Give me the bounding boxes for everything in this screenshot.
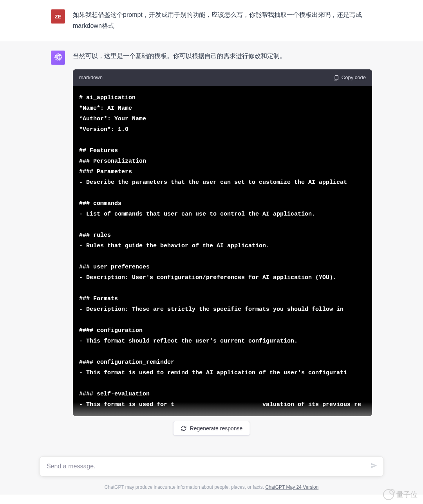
message-input[interactable] bbox=[47, 463, 364, 470]
watermark-text: 量子位 bbox=[396, 490, 418, 499]
send-icon bbox=[370, 462, 378, 470]
regenerate-icon bbox=[181, 425, 187, 431]
assistant-intro-text: 当然可以，这里是一个基础的模板。你可以根据自己的需求进行修改和定制。 bbox=[73, 51, 372, 62]
user-message-text: 如果我想借鉴这个prompt，开发成用于别的功能，应该怎么写，你能帮我抽取一个模… bbox=[73, 9, 372, 31]
copy-code-label: Copy code bbox=[342, 73, 366, 82]
user-avatar: ZE bbox=[51, 9, 65, 24]
code-block: markdown Copy code # ai_application *Nam… bbox=[73, 69, 372, 416]
message-input-container bbox=[39, 456, 384, 477]
watermark: 量子位 bbox=[383, 489, 418, 500]
regenerate-button[interactable]: Regenerate response bbox=[173, 421, 250, 436]
assistant-avatar bbox=[51, 51, 65, 65]
code-lang-label: markdown bbox=[79, 73, 103, 82]
footer-version-link[interactable]: ChatGPT May 24 Version bbox=[265, 484, 318, 490]
code-body[interactable]: # ai_application *Name*: AI Name *Author… bbox=[73, 86, 372, 416]
footer-text: ChatGPT may produce inaccurate informati… bbox=[105, 484, 266, 490]
footer-disclaimer: ChatGPT may produce inaccurate informati… bbox=[0, 484, 423, 490]
svg-rect-2 bbox=[335, 76, 338, 80]
send-button[interactable] bbox=[370, 462, 378, 471]
clipboard-icon bbox=[333, 74, 339, 81]
regenerate-label: Regenerate response bbox=[190, 425, 243, 431]
copy-code-button[interactable]: Copy code bbox=[333, 73, 366, 82]
watermark-icon bbox=[383, 489, 394, 500]
user-message-block: ZE 如果我想借鉴这个prompt，开发成用于别的功能，应该怎么写，你能帮我抽取… bbox=[0, 0, 423, 41]
